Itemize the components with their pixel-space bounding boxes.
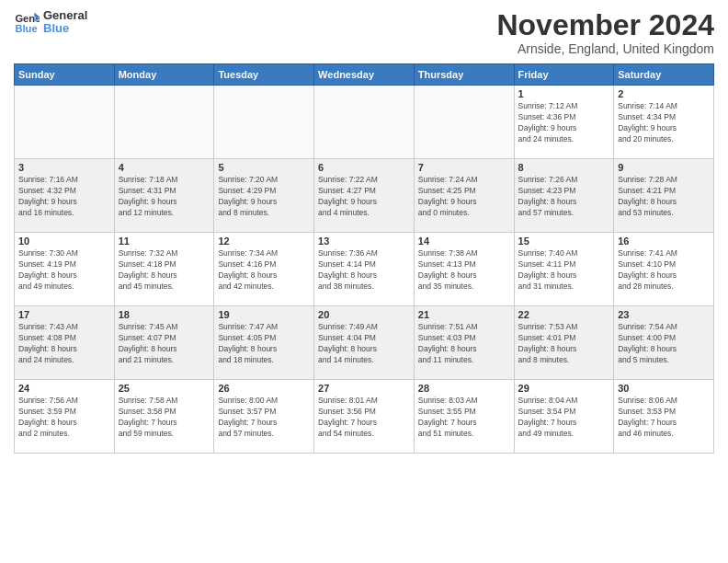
- header-monday: Monday: [114, 64, 214, 86]
- table-row: 6Sunrise: 7:22 AMSunset: 4:27 PMDaylight…: [314, 159, 415, 233]
- table-row: 7Sunrise: 7:24 AMSunset: 4:25 PMDaylight…: [414, 159, 514, 233]
- table-row: 13Sunrise: 7:36 AMSunset: 4:14 PMDayligh…: [314, 233, 415, 306]
- day-number: 4: [119, 162, 210, 173]
- table-row: 30Sunrise: 8:06 AMSunset: 3:53 PMDayligh…: [614, 380, 714, 454]
- day-number: 22: [518, 309, 610, 320]
- day-number: 12: [218, 236, 310, 247]
- day-number: 6: [318, 162, 410, 173]
- header-friday: Friday: [514, 64, 614, 86]
- day-info: Sunrise: 7:38 AMSunset: 4:13 PMDaylight:…: [418, 248, 510, 293]
- table-row: 15Sunrise: 7:40 AMSunset: 4:11 PMDayligh…: [514, 233, 614, 306]
- day-info: Sunrise: 8:03 AMSunset: 3:55 PMDaylight:…: [418, 396, 510, 440]
- table-row: 20Sunrise: 7:49 AMSunset: 4:04 PMDayligh…: [314, 306, 415, 380]
- table-row: 25Sunrise: 7:58 AMSunset: 3:58 PMDayligh…: [114, 380, 214, 454]
- day-info: Sunrise: 7:28 AMSunset: 4:21 PMDaylight:…: [618, 175, 710, 219]
- table-row: 23Sunrise: 7:54 AMSunset: 4:00 PMDayligh…: [614, 306, 714, 380]
- table-row: [314, 86, 415, 159]
- table-row: 14Sunrise: 7:38 AMSunset: 4:13 PMDayligh…: [414, 233, 514, 306]
- day-number: 21: [418, 309, 510, 320]
- table-row: 16Sunrise: 7:41 AMSunset: 4:10 PMDayligh…: [614, 233, 714, 306]
- subtitle: Arnside, England, United Kingdom: [496, 41, 714, 56]
- day-number: 9: [618, 162, 710, 173]
- svg-text:Blue: Blue: [15, 23, 37, 34]
- table-row: 5Sunrise: 7:20 AMSunset: 4:29 PMDaylight…: [214, 159, 314, 233]
- day-info: Sunrise: 7:49 AMSunset: 4:04 PMDaylight:…: [318, 322, 410, 366]
- day-info: Sunrise: 7:51 AMSunset: 4:03 PMDaylight:…: [418, 322, 510, 366]
- day-info: Sunrise: 7:16 AMSunset: 4:32 PMDaylight:…: [18, 175, 110, 219]
- page: General Blue General Blue November 2024 …: [0, 0, 728, 563]
- calendar-week-row: 10Sunrise: 7:30 AMSunset: 4:19 PMDayligh…: [15, 233, 714, 306]
- calendar-header-row: Sunday Monday Tuesday Wednesday Thursday…: [15, 64, 714, 86]
- logo-line2: Blue: [43, 22, 87, 35]
- calendar-table: Sunday Monday Tuesday Wednesday Thursday…: [14, 63, 714, 454]
- month-title: November 2024: [496, 9, 714, 41]
- header-wednesday: Wednesday: [314, 64, 415, 86]
- day-number: 19: [218, 309, 310, 320]
- table-row: 2Sunrise: 7:14 AMSunset: 4:34 PMDaylight…: [614, 86, 714, 159]
- day-info: Sunrise: 7:47 AMSunset: 4:05 PMDaylight:…: [218, 322, 310, 366]
- table-row: 19Sunrise: 7:47 AMSunset: 4:05 PMDayligh…: [214, 306, 314, 380]
- day-number: 7: [418, 162, 510, 173]
- day-info: Sunrise: 8:01 AMSunset: 3:56 PMDaylight:…: [318, 396, 410, 440]
- day-number: 14: [418, 236, 510, 247]
- day-info: Sunrise: 7:36 AMSunset: 4:14 PMDaylight:…: [318, 248, 410, 293]
- day-info: Sunrise: 7:53 AMSunset: 4:01 PMDaylight:…: [518, 322, 610, 366]
- day-number: 13: [318, 236, 410, 247]
- day-number: 15: [518, 236, 610, 247]
- day-info: Sunrise: 7:54 AMSunset: 4:00 PMDaylight:…: [618, 322, 710, 366]
- logo-line1: General: [43, 9, 87, 22]
- day-number: 26: [218, 383, 310, 394]
- day-number: 30: [618, 383, 710, 394]
- calendar-week-row: 24Sunrise: 7:56 AMSunset: 3:59 PMDayligh…: [15, 380, 714, 454]
- table-row: 18Sunrise: 7:45 AMSunset: 4:07 PMDayligh…: [114, 306, 214, 380]
- calendar-week-row: 1Sunrise: 7:12 AMSunset: 4:36 PMDaylight…: [15, 86, 714, 159]
- header-sunday: Sunday: [15, 64, 115, 86]
- day-number: 5: [218, 162, 310, 173]
- day-info: Sunrise: 7:58 AMSunset: 3:58 PMDaylight:…: [119, 396, 210, 440]
- table-row: 26Sunrise: 8:00 AMSunset: 3:57 PMDayligh…: [214, 380, 314, 454]
- day-info: Sunrise: 7:40 AMSunset: 4:11 PMDaylight:…: [518, 248, 610, 293]
- day-number: 11: [119, 236, 210, 247]
- header: General Blue General Blue November 2024 …: [14, 9, 714, 56]
- day-info: Sunrise: 7:18 AMSunset: 4:31 PMDaylight:…: [119, 175, 210, 219]
- header-tuesday: Tuesday: [214, 64, 314, 86]
- day-info: Sunrise: 7:12 AMSunset: 4:36 PMDaylight:…: [518, 101, 610, 145]
- day-info: Sunrise: 7:41 AMSunset: 4:10 PMDaylight:…: [618, 248, 710, 293]
- day-info: Sunrise: 7:22 AMSunset: 4:27 PMDaylight:…: [318, 175, 410, 219]
- calendar-week-row: 3Sunrise: 7:16 AMSunset: 4:32 PMDaylight…: [15, 159, 714, 233]
- day-info: Sunrise: 7:26 AMSunset: 4:23 PMDaylight:…: [518, 175, 610, 219]
- day-info: Sunrise: 7:43 AMSunset: 4:08 PMDaylight:…: [18, 322, 110, 366]
- table-row: 22Sunrise: 7:53 AMSunset: 4:01 PMDayligh…: [514, 306, 614, 380]
- day-number: 23: [618, 309, 710, 320]
- day-number: 3: [18, 162, 110, 173]
- day-info: Sunrise: 7:32 AMSunset: 4:18 PMDaylight:…: [119, 248, 210, 293]
- day-number: 8: [518, 162, 610, 173]
- table-row: 11Sunrise: 7:32 AMSunset: 4:18 PMDayligh…: [114, 233, 214, 306]
- table-row: 9Sunrise: 7:28 AMSunset: 4:21 PMDaylight…: [614, 159, 714, 233]
- table-row: 1Sunrise: 7:12 AMSunset: 4:36 PMDaylight…: [514, 86, 614, 159]
- day-number: 18: [119, 309, 210, 320]
- day-info: Sunrise: 7:45 AMSunset: 4:07 PMDaylight:…: [119, 322, 210, 366]
- table-row: [15, 86, 115, 159]
- day-number: 20: [318, 309, 410, 320]
- day-info: Sunrise: 7:30 AMSunset: 4:19 PMDaylight:…: [18, 248, 110, 293]
- day-number: 1: [518, 88, 610, 99]
- day-info: Sunrise: 8:00 AMSunset: 3:57 PMDaylight:…: [218, 396, 310, 440]
- table-row: 21Sunrise: 7:51 AMSunset: 4:03 PMDayligh…: [414, 306, 514, 380]
- day-number: 2: [618, 88, 710, 99]
- day-number: 25: [119, 383, 210, 394]
- day-number: 16: [618, 236, 710, 247]
- table-row: 27Sunrise: 8:01 AMSunset: 3:56 PMDayligh…: [314, 380, 415, 454]
- table-row: [414, 86, 514, 159]
- day-info: Sunrise: 7:20 AMSunset: 4:29 PMDaylight:…: [218, 175, 310, 219]
- day-info: Sunrise: 7:56 AMSunset: 3:59 PMDaylight:…: [18, 396, 110, 440]
- day-info: Sunrise: 7:24 AMSunset: 4:25 PMDaylight:…: [418, 175, 510, 219]
- day-info: Sunrise: 7:34 AMSunset: 4:16 PMDaylight:…: [218, 248, 310, 293]
- day-info: Sunrise: 8:04 AMSunset: 3:54 PMDaylight:…: [518, 396, 610, 440]
- day-number: 10: [18, 236, 110, 247]
- table-row: [214, 86, 314, 159]
- title-block: November 2024 Arnside, England, United K…: [496, 9, 714, 56]
- logo: General Blue General Blue: [14, 9, 87, 36]
- table-row: 8Sunrise: 7:26 AMSunset: 4:23 PMDaylight…: [514, 159, 614, 233]
- table-row: 12Sunrise: 7:34 AMSunset: 4:16 PMDayligh…: [214, 233, 314, 306]
